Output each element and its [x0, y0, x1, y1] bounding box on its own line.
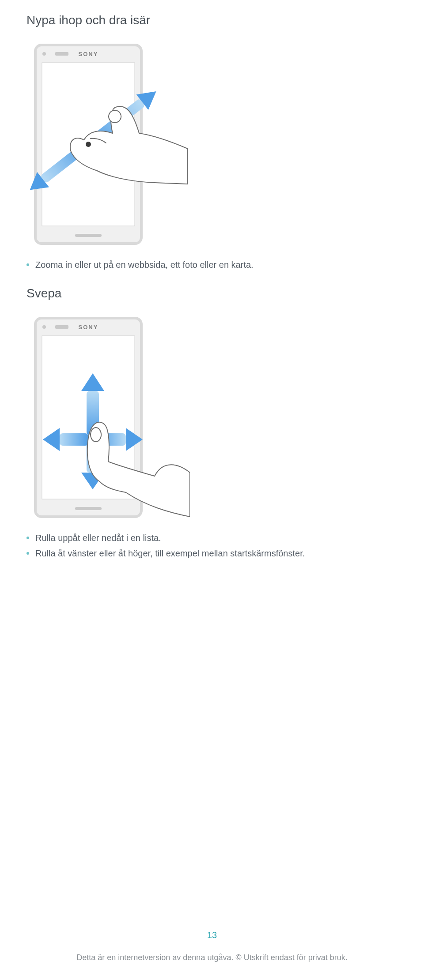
heading-swipe: Svepa — [26, 286, 398, 300]
heading-pinch: Nypa ihop och dra isär — [26, 13, 398, 27]
svg-text:SONY: SONY — [79, 51, 98, 57]
svg-rect-23 — [60, 433, 88, 446]
svg-point-11 — [86, 142, 91, 147]
bullet-swipe-1-text: Rulla uppåt eller nedåt i en lista. — [35, 532, 161, 544]
bullet-swipe-2: Rulla åt vänster eller åt höger, till ex… — [26, 548, 398, 559]
svg-text:SONY: SONY — [79, 324, 98, 330]
svg-rect-15 — [55, 325, 68, 329]
phone-pinch-svg: SONY — [22, 41, 190, 248]
illustration-pinch: SONY — [22, 41, 398, 248]
bullet-pinch-1: Zooma in eller ut på en webbsida, ett fo… — [26, 259, 398, 271]
illustration-swipe: SONY — [22, 314, 398, 521]
svg-rect-6 — [75, 234, 102, 237]
footer-text: Detta är en internetversion av denna utg… — [76, 953, 348, 962]
bullet-swipe-2-text: Rulla åt vänster eller åt höger, till ex… — [35, 548, 305, 559]
bullet-dot-icon — [26, 263, 29, 266]
svg-point-2 — [42, 52, 46, 56]
page-number: 13 — [207, 930, 217, 940]
bullet-dot-icon — [26, 552, 29, 555]
phone-swipe-svg: SONY — [22, 314, 190, 521]
svg-rect-3 — [55, 52, 68, 56]
svg-rect-18 — [75, 507, 102, 510]
bullet-dot-icon — [26, 537, 29, 539]
bullet-swipe-1: Rulla uppåt eller nedåt i en lista. — [26, 532, 398, 544]
bullet-pinch-1-text: Zooma in eller ut på en webbsida, ett fo… — [35, 259, 254, 271]
svg-point-14 — [42, 325, 46, 329]
